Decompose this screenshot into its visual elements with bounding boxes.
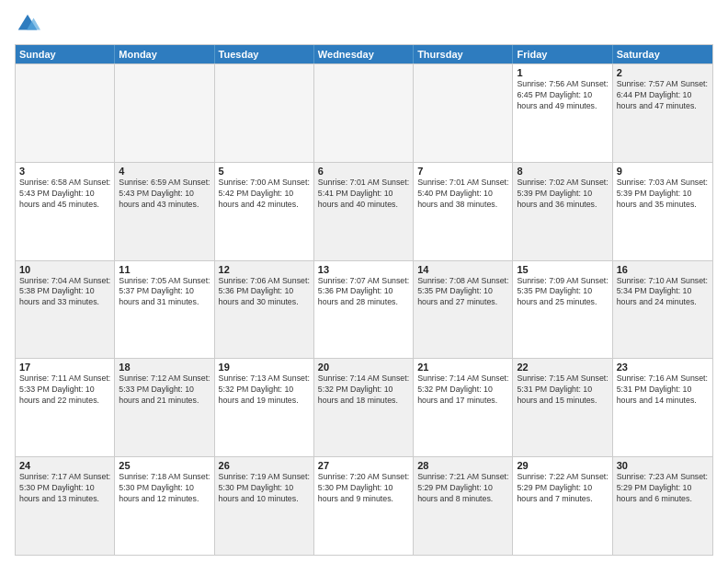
weekday-header-thursday: Thursday	[414, 45, 513, 63]
calendar-cell-4-0: 24Sunrise: 7:17 AM Sunset: 5:30 PM Dayli…	[16, 457, 115, 555]
calendar-cell-2-3: 13Sunrise: 7:07 AM Sunset: 5:36 PM Dayli…	[314, 261, 414, 359]
day-info: Sunrise: 7:09 AM Sunset: 5:35 PM Dayligh…	[517, 276, 608, 309]
day-info: Sunrise: 7:07 AM Sunset: 5:36 PM Dayligh…	[318, 276, 409, 309]
day-number: 17	[19, 362, 110, 373]
day-number: 8	[517, 166, 608, 177]
day-info: Sunrise: 7:05 AM Sunset: 5:37 PM Dayligh…	[119, 276, 210, 309]
day-number: 27	[318, 460, 409, 471]
day-number: 12	[219, 264, 310, 275]
day-info: Sunrise: 7:14 AM Sunset: 5:32 PM Dayligh…	[318, 373, 409, 407]
calendar-cell-2-5: 15Sunrise: 7:09 AM Sunset: 5:35 PM Dayli…	[513, 261, 612, 359]
day-info: Sunrise: 7:19 AM Sunset: 5:30 PM Dayligh…	[219, 472, 310, 505]
weekday-header-tuesday: Tuesday	[215, 45, 314, 63]
calendar-cell-0-5: 1Sunrise: 7:56 AM Sunset: 6:45 PM Daylig…	[513, 64, 612, 162]
calendar-cell-2-4: 14Sunrise: 7:08 AM Sunset: 5:35 PM Dayli…	[414, 261, 513, 359]
day-number: 10	[19, 264, 110, 275]
calendar-cell-0-4	[414, 64, 513, 162]
weekday-header-friday: Friday	[513, 45, 612, 63]
calendar-cell-1-2: 5Sunrise: 7:00 AM Sunset: 5:42 PM Daylig…	[215, 163, 314, 260]
day-info: Sunrise: 7:56 AM Sunset: 6:45 PM Dayligh…	[517, 79, 608, 112]
calendar-cell-3-1: 18Sunrise: 7:12 AM Sunset: 5:33 PM Dayli…	[115, 359, 214, 456]
calendar-cell-0-3	[314, 64, 414, 162]
day-number: 25	[119, 460, 210, 471]
day-info: Sunrise: 7:00 AM Sunset: 5:42 PM Dayligh…	[219, 178, 310, 211]
day-number: 6	[318, 166, 409, 177]
weekday-header-sunday: Sunday	[16, 45, 115, 63]
calendar-cell-3-3: 20Sunrise: 7:14 AM Sunset: 5:32 PM Dayli…	[314, 359, 414, 456]
day-number: 29	[517, 460, 608, 471]
day-info: Sunrise: 7:20 AM Sunset: 5:30 PM Dayligh…	[318, 472, 409, 505]
day-number: 7	[417, 166, 508, 177]
calendar-cell-0-1	[115, 64, 214, 162]
day-number: 24	[19, 460, 110, 471]
day-number: 30	[617, 460, 709, 471]
weekday-header-monday: Monday	[115, 45, 214, 63]
logo-icon	[15, 11, 40, 37]
day-number: 2	[617, 67, 709, 78]
day-number: 9	[617, 166, 709, 177]
calendar-cell-3-0: 17Sunrise: 7:11 AM Sunset: 5:33 PM Dayli…	[16, 359, 115, 456]
calendar-cell-3-2: 19Sunrise: 7:13 AM Sunset: 5:32 PM Dayli…	[215, 359, 314, 456]
calendar-cell-1-5: 8Sunrise: 7:02 AM Sunset: 5:39 PM Daylig…	[513, 163, 612, 260]
day-info: Sunrise: 7:02 AM Sunset: 5:39 PM Dayligh…	[517, 178, 608, 211]
calendar-cell-1-4: 7Sunrise: 7:01 AM Sunset: 5:40 PM Daylig…	[414, 163, 513, 260]
day-info: Sunrise: 7:01 AM Sunset: 5:41 PM Dayligh…	[318, 178, 409, 211]
calendar-cell-4-5: 29Sunrise: 7:22 AM Sunset: 5:29 PM Dayli…	[513, 457, 612, 555]
calendar-cell-1-1: 4Sunrise: 6:59 AM Sunset: 5:43 PM Daylig…	[115, 163, 214, 260]
day-info: Sunrise: 7:17 AM Sunset: 5:30 PM Dayligh…	[19, 472, 110, 505]
calendar-cell-3-6: 23Sunrise: 7:16 AM Sunset: 5:31 PM Dayli…	[613, 359, 712, 456]
calendar-cell-3-4: 21Sunrise: 7:14 AM Sunset: 5:32 PM Dayli…	[414, 359, 513, 456]
calendar-cell-1-6: 9Sunrise: 7:03 AM Sunset: 5:39 PM Daylig…	[613, 163, 712, 260]
day-info: Sunrise: 7:08 AM Sunset: 5:35 PM Dayligh…	[417, 276, 508, 309]
day-number: 28	[417, 460, 508, 471]
day-info: Sunrise: 7:22 AM Sunset: 5:29 PM Dayligh…	[517, 472, 608, 505]
day-info: Sunrise: 7:13 AM Sunset: 5:32 PM Dayligh…	[219, 373, 310, 407]
day-number: 5	[219, 166, 310, 177]
weekday-header-saturday: Saturday	[613, 45, 712, 63]
day-number: 22	[517, 362, 608, 373]
day-number: 23	[617, 362, 709, 373]
day-info: Sunrise: 7:15 AM Sunset: 5:31 PM Dayligh…	[517, 373, 608, 407]
calendar-row-2: 10Sunrise: 7:04 AM Sunset: 5:38 PM Dayli…	[16, 260, 712, 359]
day-info: Sunrise: 7:04 AM Sunset: 5:38 PM Dayligh…	[19, 276, 110, 309]
day-info: Sunrise: 7:23 AM Sunset: 5:29 PM Dayligh…	[617, 472, 709, 505]
day-number: 14	[417, 264, 508, 275]
calendar-cell-0-2	[215, 64, 314, 162]
day-info: Sunrise: 7:57 AM Sunset: 6:44 PM Dayligh…	[617, 79, 709, 112]
day-number: 18	[119, 362, 210, 373]
day-number: 16	[617, 264, 709, 275]
day-number: 4	[119, 166, 210, 177]
day-info: Sunrise: 7:18 AM Sunset: 5:30 PM Dayligh…	[119, 472, 210, 505]
day-info: Sunrise: 6:58 AM Sunset: 5:43 PM Dayligh…	[19, 178, 110, 211]
day-number: 3	[19, 166, 110, 177]
calendar-cell-0-0	[16, 64, 115, 162]
day-number: 21	[417, 362, 508, 373]
day-info: Sunrise: 7:03 AM Sunset: 5:39 PM Dayligh…	[617, 178, 709, 211]
day-number: 19	[219, 362, 310, 373]
calendar-row-4: 24Sunrise: 7:17 AM Sunset: 5:30 PM Dayli…	[16, 456, 712, 555]
day-info: Sunrise: 7:16 AM Sunset: 5:31 PM Dayligh…	[617, 373, 709, 407]
calendar-cell-4-3: 27Sunrise: 7:20 AM Sunset: 5:30 PM Dayli…	[314, 457, 414, 555]
day-number: 20	[318, 362, 409, 373]
calendar-cell-2-0: 10Sunrise: 7:04 AM Sunset: 5:38 PM Dayli…	[16, 261, 115, 359]
calendar: SundayMondayTuesdayWednesdayThursdayFrid…	[15, 44, 713, 556]
weekday-header-wednesday: Wednesday	[314, 45, 414, 63]
calendar-cell-1-0: 3Sunrise: 6:58 AM Sunset: 5:43 PM Daylig…	[16, 163, 115, 260]
calendar-header: SundayMondayTuesdayWednesdayThursdayFrid…	[16, 45, 712, 63]
day-info: Sunrise: 7:21 AM Sunset: 5:29 PM Dayligh…	[417, 472, 508, 505]
header	[15, 11, 713, 37]
calendar-cell-2-6: 16Sunrise: 7:10 AM Sunset: 5:34 PM Dayli…	[613, 261, 712, 359]
calendar-row-1: 3Sunrise: 6:58 AM Sunset: 5:43 PM Daylig…	[16, 162, 712, 260]
day-info: Sunrise: 6:59 AM Sunset: 5:43 PM Dayligh…	[119, 178, 210, 211]
calendar-body: 1Sunrise: 7:56 AM Sunset: 6:45 PM Daylig…	[16, 63, 712, 555]
calendar-cell-0-6: 2Sunrise: 7:57 AM Sunset: 6:44 PM Daylig…	[613, 64, 712, 162]
calendar-cell-4-1: 25Sunrise: 7:18 AM Sunset: 5:30 PM Dayli…	[115, 457, 214, 555]
day-info: Sunrise: 7:14 AM Sunset: 5:32 PM Dayligh…	[417, 373, 508, 407]
day-info: Sunrise: 7:12 AM Sunset: 5:33 PM Dayligh…	[119, 373, 210, 407]
calendar-cell-1-3: 6Sunrise: 7:01 AM Sunset: 5:41 PM Daylig…	[314, 163, 414, 260]
calendar-cell-4-4: 28Sunrise: 7:21 AM Sunset: 5:29 PM Dayli…	[414, 457, 513, 555]
day-number: 26	[219, 460, 310, 471]
day-info: Sunrise: 7:06 AM Sunset: 5:36 PM Dayligh…	[219, 276, 310, 309]
calendar-cell-4-6: 30Sunrise: 7:23 AM Sunset: 5:29 PM Dayli…	[613, 457, 712, 555]
calendar-cell-4-2: 26Sunrise: 7:19 AM Sunset: 5:30 PM Dayli…	[215, 457, 314, 555]
